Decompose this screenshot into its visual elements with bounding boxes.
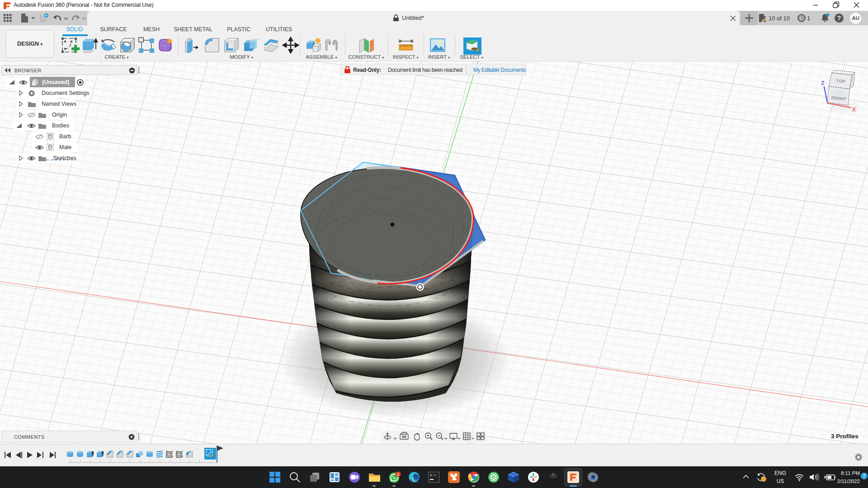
svg-text:Z: Z — [821, 80, 824, 86]
svg-text:X: X — [852, 107, 856, 113]
svg-text:?: ? — [837, 14, 841, 22]
svg-text:FRONT: FRONT — [831, 95, 846, 101]
svg-text:TOP: TOP — [836, 78, 846, 84]
svg-text:1: 1 — [397, 472, 399, 477]
svg-text:C:\: C:\ — [430, 473, 437, 477]
